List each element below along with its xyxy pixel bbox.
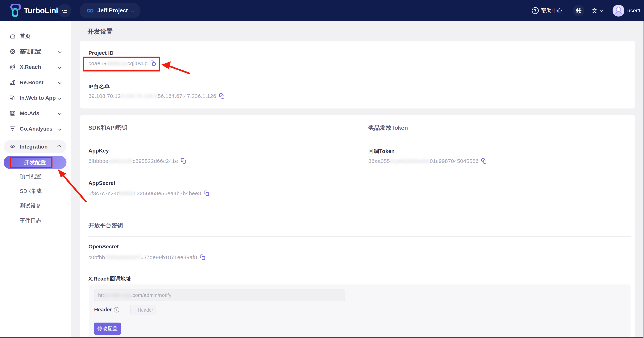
chevron-down-icon (58, 65, 62, 69)
avatar[interactable] (612, 5, 624, 16)
opensecret-masked: 7005a0050d7f (105, 254, 140, 260)
chevron-down-icon (58, 50, 62, 53)
scrollbar-track[interactable] (643, 21, 644, 338)
sidebar-item-label: 首页 (20, 32, 30, 40)
username[interactable]: user1 (627, 7, 641, 14)
sidebar-item-label: In.Web to App (20, 95, 56, 101)
target-icon (9, 64, 16, 70)
callback-token-value: 86aa05591a001000a1b001c9987045045586 (368, 158, 487, 164)
opensecret-prefix: c0bfbb (88, 254, 105, 260)
callback-url-input[interactable]: https://abc.xyz.com/admin/notify (94, 290, 345, 301)
callback-token-label: 回调Token (368, 148, 394, 155)
chevron-down-icon (58, 81, 62, 84)
sidebar-item-home[interactable]: 首页 (0, 28, 70, 44)
analytics-icon (9, 126, 16, 132)
user-avatar-icon (612, 5, 624, 16)
opensecret-label: OpenSecret (88, 244, 118, 250)
window-bottom-edge (0, 337, 644, 338)
ip-whitelist-value: 39.108.70.129;100.70.100.056.164.67;47.2… (88, 93, 224, 99)
callback-url-prefix: htt (98, 292, 104, 298)
sidebar-subitem-event-logs[interactable]: 事件日志 (0, 213, 70, 228)
open-platform-section-title: 开放平台密钥 (88, 222, 123, 230)
xreach-callback-label: X.Reach回调地址 (88, 275, 131, 283)
sidebar-collapse-button[interactable] (58, 4, 71, 17)
project-id-suffix: cgji0vug (128, 60, 148, 66)
sidebar-item-coanalytics[interactable]: Co.Analytics (0, 121, 70, 136)
appkey-prefix: 6fbbbbe (88, 158, 108, 164)
callback-token-masked: 91a001000a1b0 (390, 158, 430, 164)
chevron-down-icon (58, 111, 62, 115)
code-icon (9, 143, 16, 150)
appkey-masked: a0912c35 (108, 158, 132, 164)
copy-icon[interactable] (482, 158, 487, 164)
add-header-button[interactable]: + Header (130, 305, 156, 315)
page-title: 开发设置 (88, 27, 113, 36)
sidebar-subitem-dev-config-active[interactable]: 开发配置 (4, 156, 66, 169)
collapse-sidebar-icon (61, 7, 68, 14)
chevron-down-icon (58, 127, 62, 131)
appsecret-value: 6f3c7c7c24d60f0d53256968e56ea4b7b4bee8 (88, 190, 209, 196)
sidebar-item-reboost[interactable]: Re.Boost (0, 75, 70, 90)
sidebar-item-xreach[interactable]: X.Reach (0, 59, 70, 75)
copy-icon[interactable] (150, 60, 156, 66)
copy-icon[interactable] (219, 93, 224, 99)
bar-chart-icon (9, 79, 16, 86)
copy-icon[interactable] (200, 255, 206, 260)
sidebar-subitem-test-devices[interactable]: 测试设备 (0, 198, 70, 213)
topbar-right-group: ? 帮助中心 中文 user1 (532, 0, 641, 21)
devices-icon (9, 95, 16, 101)
ip-prefix: 39.108.70.12 (88, 93, 121, 99)
callback-config-panel: https://abc.xyz.com/admin/notify Header … (89, 285, 630, 338)
sidebar-item-label: X.Reach (20, 64, 41, 70)
modify-config-button[interactable]: 修改配置 (94, 323, 121, 335)
sidebar-subitem-label: SDK集成 (20, 188, 42, 195)
appkey-suffix: c895522d66c241e (132, 158, 178, 164)
sidebar-subitem-project-config[interactable]: 项目配置 (0, 169, 70, 184)
ip-suffix: 56.164.67;47.236.1.126 (158, 93, 216, 99)
chevron-down-icon (58, 96, 62, 100)
project-name: Jeff Project (98, 7, 128, 14)
copy-icon[interactable] (181, 158, 186, 164)
sidebar-item-basic-config[interactable]: 基础配置 (0, 44, 70, 59)
ad-icon: AD (9, 110, 16, 117)
sdk-api-section-title: SDK和API密钥 (88, 124, 128, 132)
turbolink-logo-icon (10, 3, 22, 18)
sidebar: 首页 基础配置 X.Reach Re.Boost (0, 21, 70, 338)
project-id-label: Project ID (88, 50, 114, 56)
globe-icon (575, 7, 582, 14)
project-id-value: coae59x8d9c2acgji0vug (88, 60, 156, 66)
appsecret-prefix: 6f3c7c7c24d (88, 190, 120, 196)
chevron-down-icon (600, 8, 603, 12)
chevron-up-icon (57, 145, 61, 149)
appsecret-masked: 60f0d (120, 190, 134, 196)
project-info-card: Project ID coae59x8d9c2acgji0vug IP白名单 3… (80, 40, 635, 108)
appsecret-label: AppSecret (88, 180, 115, 186)
ip-masked: 9;100.70.100.0 (121, 93, 158, 99)
sidebar-item-label: Integration (20, 144, 48, 150)
divider (368, 139, 631, 139)
appsecret-suffix: 53256968e56ea4b7b4bee8 (134, 190, 201, 196)
language-label[interactable]: 中文 (586, 7, 597, 14)
app-window: TurboLink ∞ Jeff Project ? 帮助中心 (0, 0, 644, 338)
project-switcher[interactable]: ∞ Jeff Project (80, 3, 140, 18)
sidebar-subitem-sdk-integration[interactable]: SDK集成 (0, 184, 70, 198)
project-id-prefix: coae59 (88, 60, 106, 66)
reward-token-section-title: 奖品发放Token (368, 124, 408, 132)
sidebar-subitem-label: 事件日志 (20, 217, 41, 224)
help-label: 帮助中心 (541, 7, 562, 14)
info-icon[interactable]: i (114, 307, 119, 313)
help-center-link[interactable]: ? 帮助中心 (532, 7, 562, 14)
sidebar-item-moads[interactable]: AD Mo.Ads (0, 106, 70, 121)
gear-icon (9, 48, 16, 55)
callback-url-masked: ps://abc.xyz (104, 292, 131, 298)
copy-icon[interactable] (204, 191, 209, 196)
home-icon (9, 33, 16, 39)
sidebar-subitem-label: 测试设备 (20, 202, 41, 210)
sidebar-item-integration[interactable]: Integration (4, 140, 66, 153)
logo-text: TurboLink (24, 6, 60, 15)
header-label-text: Header (94, 307, 112, 313)
sidebar-item-label: Mo.Ads (20, 110, 39, 116)
language-globe-button[interactable] (573, 5, 584, 16)
appkey-value: 6fbbbbea0912c35c895522d66c241e (88, 158, 186, 164)
sidebar-item-inwebtoapp[interactable]: In.Web to App (0, 90, 70, 106)
